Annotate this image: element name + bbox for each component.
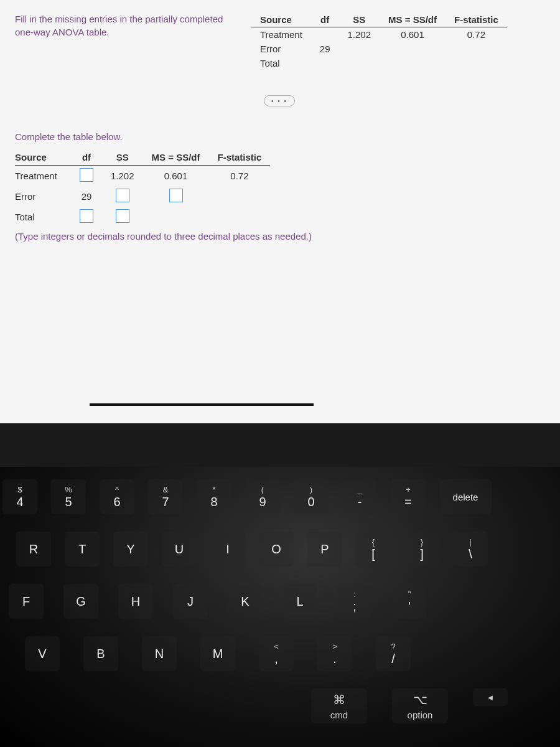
key-comma[interactable]: <,	[259, 636, 294, 671]
key-quote[interactable]: "'	[392, 584, 427, 619]
key-v[interactable]: V	[25, 636, 60, 671]
table-row: Total	[15, 207, 270, 227]
table-row: Treatment 1.202 0.601 0.72	[15, 166, 270, 187]
key-y[interactable]: Y	[113, 532, 148, 566]
key-minus[interactable]: _-	[342, 479, 377, 514]
col-ss: SS	[339, 12, 380, 27]
key-7[interactable]: &7	[148, 479, 183, 514]
key-9[interactable]: (9	[245, 479, 280, 514]
cmd-icon: ⌘	[333, 692, 345, 707]
col-df: df	[71, 149, 102, 166]
treatment-df-input[interactable]	[80, 168, 93, 182]
col-ss: SS	[102, 149, 143, 166]
reference-anova-table: Source df SS MS = SS/df F-statistic Trea…	[251, 12, 507, 70]
arrow-left-icon: ◄	[487, 693, 495, 702]
key-t[interactable]: T	[65, 532, 100, 566]
key-6[interactable]: ^6	[100, 479, 134, 514]
table-row: Treatment 1.202 0.601 0.72	[251, 27, 507, 42]
table-row: Total	[251, 56, 507, 70]
scroll-indicator	[90, 403, 314, 406]
key-option[interactable]: ⌥ option	[392, 688, 448, 723]
key-f[interactable]: F	[9, 584, 44, 619]
col-ms: MS = SS/df	[380, 12, 446, 27]
key-slash[interactable]: ?/	[376, 636, 411, 671]
key-cmd[interactable]: ⌘ cmd	[311, 688, 367, 723]
more-button[interactable]: • • •	[264, 95, 295, 106]
total-ss-input[interactable]	[116, 209, 129, 223]
key-arrow-left[interactable]: ◄	[473, 688, 508, 706]
key-b[interactable]: B	[83, 636, 118, 671]
option-icon: ⌥	[413, 692, 427, 707]
col-source: Source	[15, 149, 71, 166]
key-5[interactable]: %5	[51, 479, 86, 514]
key-k[interactable]: K	[228, 584, 263, 619]
col-f: F-statistic	[208, 149, 270, 166]
col-source: Source	[251, 12, 311, 27]
key-u[interactable]: U	[162, 532, 197, 566]
error-ss-input[interactable]	[116, 189, 129, 202]
key-h[interactable]: H	[118, 584, 153, 619]
key-l[interactable]: L	[282, 584, 317, 619]
total-df-input[interactable]	[80, 209, 93, 223]
key-semicolon[interactable]: :;	[337, 584, 372, 619]
key-rightbracket[interactable]: }]	[404, 532, 439, 566]
key-i[interactable]: I	[210, 532, 245, 566]
key-0[interactable]: )0	[294, 479, 329, 514]
col-df: df	[311, 12, 339, 27]
table-row: Error 29	[15, 186, 270, 207]
col-ms: MS = SS/df	[143, 149, 209, 166]
key-n[interactable]: N	[142, 636, 177, 671]
instruction-text: Fill in the missing entries in the parti…	[15, 12, 239, 70]
problem-screen: Fill in the missing entries in the parti…	[0, 0, 560, 423]
key-period[interactable]: >.	[317, 636, 352, 671]
key-j[interactable]: J	[173, 584, 208, 619]
key-m[interactable]: M	[200, 636, 235, 671]
rounding-hint: (Type integers or decimals rounded to th…	[15, 231, 545, 242]
editable-anova-table: Source df SS MS = SS/df F-statistic Trea…	[15, 149, 545, 227]
key-r[interactable]: R	[16, 532, 51, 566]
key-o[interactable]: O	[259, 532, 294, 566]
key-backslash[interactable]: |\	[453, 532, 488, 566]
col-f: F-statistic	[446, 12, 507, 27]
key-p[interactable]: P	[307, 532, 342, 566]
key-4[interactable]: $4	[2, 479, 37, 514]
key-leftbracket[interactable]: {[	[356, 532, 391, 566]
key-delete[interactable]: delete	[439, 479, 492, 514]
table-row: Error 29	[251, 42, 507, 56]
subheading: Complete the table below.	[15, 131, 545, 142]
error-ms-input[interactable]	[169, 189, 183, 202]
key-equals[interactable]: +=	[391, 479, 426, 514]
physical-keyboard: $4 %5 ^6 &7 *8 (9 )0 _- += delete R T Y …	[0, 467, 560, 747]
key-g[interactable]: G	[63, 584, 98, 619]
key-8[interactable]: *8	[197, 479, 231, 514]
